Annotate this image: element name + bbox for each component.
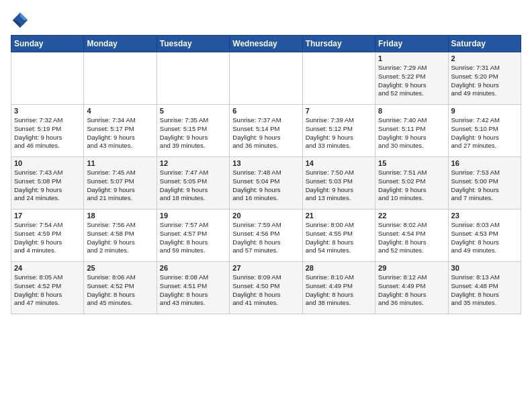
day-number: 4 — [87, 107, 153, 115]
day-number: 19 — [160, 212, 226, 220]
week-row-3: 10Sunrise: 7:43 AM Sunset: 5:08 PM Dayli… — [11, 157, 521, 210]
day-info: Sunrise: 7:59 AM Sunset: 4:56 PM Dayligh… — [232, 221, 299, 255]
day-info: Sunrise: 7:29 AM Sunset: 5:22 PM Dayligh… — [378, 64, 445, 98]
week-row-2: 3Sunrise: 7:32 AM Sunset: 5:19 PM Daylig… — [11, 105, 521, 157]
day-number: 21 — [306, 212, 372, 220]
day-number: 18 — [87, 212, 153, 220]
day-number: 6 — [232, 107, 299, 115]
day-info: Sunrise: 8:02 AM Sunset: 4:54 PM Dayligh… — [378, 221, 445, 255]
day-cell — [157, 52, 229, 105]
day-header-monday: Monday — [84, 36, 157, 52]
day-info: Sunrise: 7:51 AM Sunset: 5:02 PM Dayligh… — [378, 169, 445, 203]
day-info: Sunrise: 7:53 AM Sunset: 5:00 PM Dayligh… — [451, 169, 518, 203]
day-info: Sunrise: 8:08 AM Sunset: 4:51 PM Dayligh… — [160, 273, 226, 308]
day-cell: 9Sunrise: 7:42 AM Sunset: 5:10 PM Daylig… — [448, 105, 521, 157]
day-cell — [11, 52, 84, 105]
calendar-body: 1Sunrise: 7:29 AM Sunset: 5:22 PM Daylig… — [11, 52, 521, 314]
day-info: Sunrise: 7:40 AM Sunset: 5:11 PM Dayligh… — [378, 116, 445, 150]
day-number: 1 — [378, 54, 445, 62]
day-number: 28 — [306, 264, 372, 272]
day-number: 3 — [14, 107, 81, 115]
day-info: Sunrise: 7:45 AM Sunset: 5:07 PM Dayligh… — [87, 169, 153, 203]
day-number: 27 — [232, 264, 299, 272]
page-header — [11, 11, 521, 30]
day-cell: 7Sunrise: 7:39 AM Sunset: 5:12 PM Daylig… — [302, 105, 375, 157]
day-cell: 23Sunrise: 8:03 AM Sunset: 4:53 PM Dayli… — [448, 210, 521, 262]
day-header-friday: Friday — [375, 36, 448, 52]
day-info: Sunrise: 8:06 AM Sunset: 4:52 PM Dayligh… — [87, 273, 153, 308]
day-cell: 17Sunrise: 7:54 AM Sunset: 4:59 PM Dayli… — [11, 210, 84, 262]
day-cell: 4Sunrise: 7:34 AM Sunset: 5:17 PM Daylig… — [84, 105, 157, 157]
day-number: 17 — [14, 212, 81, 220]
day-header-sunday: Sunday — [11, 36, 84, 52]
day-number: 9 — [451, 107, 518, 115]
day-cell: 25Sunrise: 8:06 AM Sunset: 4:52 PM Dayli… — [84, 262, 157, 314]
day-cell: 21Sunrise: 8:00 AM Sunset: 4:55 PM Dayli… — [302, 210, 375, 262]
day-cell: 12Sunrise: 7:47 AM Sunset: 5:05 PM Dayli… — [157, 157, 229, 210]
logo-icon — [11, 11, 30, 30]
day-cell — [84, 52, 157, 105]
day-info: Sunrise: 7:35 AM Sunset: 5:15 PM Dayligh… — [160, 116, 226, 150]
day-info: Sunrise: 8:09 AM Sunset: 4:50 PM Dayligh… — [232, 273, 299, 308]
day-info: Sunrise: 7:31 AM Sunset: 5:20 PM Dayligh… — [451, 64, 518, 98]
day-header-saturday: Saturday — [448, 36, 521, 52]
day-info: Sunrise: 8:13 AM Sunset: 4:48 PM Dayligh… — [451, 273, 518, 308]
calendar-table: SundayMondayTuesdayWednesdayThursdayFrid… — [11, 35, 521, 314]
day-cell: 27Sunrise: 8:09 AM Sunset: 4:50 PM Dayli… — [230, 262, 302, 314]
day-cell: 19Sunrise: 7:57 AM Sunset: 4:57 PM Dayli… — [157, 210, 229, 262]
day-cell: 11Sunrise: 7:45 AM Sunset: 5:07 PM Dayli… — [84, 157, 157, 210]
logo — [11, 11, 32, 30]
day-number: 12 — [160, 159, 226, 167]
calendar-header: SundayMondayTuesdayWednesdayThursdayFrid… — [11, 36, 521, 52]
day-cell — [302, 52, 375, 105]
day-header-thursday: Thursday — [302, 36, 375, 52]
day-number: 7 — [306, 107, 372, 115]
day-info: Sunrise: 8:12 AM Sunset: 4:49 PM Dayligh… — [378, 273, 445, 308]
day-info: Sunrise: 7:57 AM Sunset: 4:57 PM Dayligh… — [160, 221, 226, 255]
day-number: 14 — [306, 159, 372, 167]
day-info: Sunrise: 8:00 AM Sunset: 4:55 PM Dayligh… — [306, 221, 372, 255]
day-number: 8 — [378, 107, 445, 115]
day-cell: 26Sunrise: 8:08 AM Sunset: 4:51 PM Dayli… — [157, 262, 229, 314]
day-cell: 15Sunrise: 7:51 AM Sunset: 5:02 PM Dayli… — [375, 157, 448, 210]
day-info: Sunrise: 7:48 AM Sunset: 5:04 PM Dayligh… — [232, 169, 299, 203]
page-container: SundayMondayTuesdayWednesdayThursdayFrid… — [0, 0, 532, 320]
day-number: 11 — [87, 159, 153, 167]
day-info: Sunrise: 7:43 AM Sunset: 5:08 PM Dayligh… — [14, 169, 81, 203]
day-number: 24 — [14, 264, 81, 272]
day-cell: 2Sunrise: 7:31 AM Sunset: 5:20 PM Daylig… — [448, 52, 521, 105]
day-cell: 1Sunrise: 7:29 AM Sunset: 5:22 PM Daylig… — [375, 52, 448, 105]
week-row-4: 17Sunrise: 7:54 AM Sunset: 4:59 PM Dayli… — [11, 210, 521, 262]
day-number: 16 — [451, 159, 518, 167]
day-info: Sunrise: 7:34 AM Sunset: 5:17 PM Dayligh… — [87, 116, 153, 150]
day-number: 2 — [451, 54, 518, 62]
day-cell: 10Sunrise: 7:43 AM Sunset: 5:08 PM Dayli… — [11, 157, 84, 210]
day-number: 13 — [232, 159, 299, 167]
day-number: 25 — [87, 264, 153, 272]
day-cell: 16Sunrise: 7:53 AM Sunset: 5:00 PM Dayli… — [448, 157, 521, 210]
day-header-tuesday: Tuesday — [157, 36, 229, 52]
day-info: Sunrise: 7:39 AM Sunset: 5:12 PM Dayligh… — [306, 116, 372, 150]
week-row-1: 1Sunrise: 7:29 AM Sunset: 5:22 PM Daylig… — [11, 52, 521, 105]
day-cell: 24Sunrise: 8:05 AM Sunset: 4:52 PM Dayli… — [11, 262, 84, 314]
day-cell: 5Sunrise: 7:35 AM Sunset: 5:15 PM Daylig… — [157, 105, 229, 157]
day-number: 20 — [232, 212, 299, 220]
day-cell: 29Sunrise: 8:12 AM Sunset: 4:49 PM Dayli… — [375, 262, 448, 314]
day-info: Sunrise: 7:32 AM Sunset: 5:19 PM Dayligh… — [14, 116, 81, 150]
day-number: 22 — [378, 212, 445, 220]
day-info: Sunrise: 7:54 AM Sunset: 4:59 PM Dayligh… — [14, 221, 81, 255]
day-number: 15 — [378, 159, 445, 167]
day-cell — [230, 52, 302, 105]
week-row-5: 24Sunrise: 8:05 AM Sunset: 4:52 PM Dayli… — [11, 262, 521, 314]
day-cell: 8Sunrise: 7:40 AM Sunset: 5:11 PM Daylig… — [375, 105, 448, 157]
day-cell: 22Sunrise: 8:02 AM Sunset: 4:54 PM Dayli… — [375, 210, 448, 262]
day-info: Sunrise: 7:56 AM Sunset: 4:58 PM Dayligh… — [87, 221, 153, 255]
day-cell: 30Sunrise: 8:13 AM Sunset: 4:48 PM Dayli… — [448, 262, 521, 314]
day-info: Sunrise: 8:05 AM Sunset: 4:52 PM Dayligh… — [14, 273, 81, 308]
day-cell: 28Sunrise: 8:10 AM Sunset: 4:49 PM Dayli… — [302, 262, 375, 314]
day-cell: 18Sunrise: 7:56 AM Sunset: 4:58 PM Dayli… — [84, 210, 157, 262]
day-info: Sunrise: 8:10 AM Sunset: 4:49 PM Dayligh… — [306, 273, 372, 308]
day-info: Sunrise: 7:50 AM Sunset: 5:03 PM Dayligh… — [306, 169, 372, 203]
day-info: Sunrise: 7:47 AM Sunset: 5:05 PM Dayligh… — [160, 169, 226, 203]
day-number: 29 — [378, 264, 445, 272]
